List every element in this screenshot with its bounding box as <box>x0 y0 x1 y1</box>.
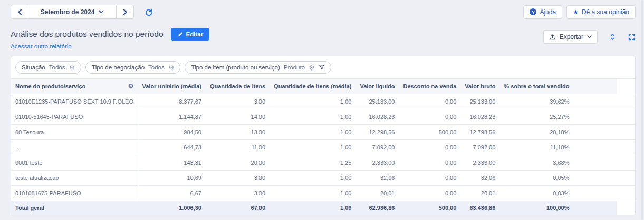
cell-valor-liquido: 2.333,00 <box>355 155 399 171</box>
filter-chip-tipo-item[interactable]: Tipo de item (produto ou serviço) Produt… <box>185 61 331 74</box>
gear-icon: ⚙ <box>168 64 175 71</box>
cell-quantidade-media: 1,00 <box>270 125 355 140</box>
table-body: 01010E1235-PARAFUSO SEXT 10.9 F.OLEO 8.3… <box>11 94 635 201</box>
gear-icon: ⚙ <box>309 64 315 71</box>
filler-cell <box>617 155 635 171</box>
cell-desconto: 0,00 <box>399 155 460 171</box>
export-label: Exportar <box>560 33 583 41</box>
edit-label: Editar <box>186 31 204 37</box>
help-button[interactable]: ? Ajuda <box>523 5 562 19</box>
table-row: 01010-51645-PARAFUSO 1.144,87 14,00 1,00… <box>11 109 635 125</box>
cell-valor-liquido: 16.028,23 <box>355 109 399 125</box>
period-prev-button[interactable] <box>11 5 28 19</box>
cell-quantidade-media: 1,00 <box>270 94 355 109</box>
column-header-valor-liquido[interactable]: Valor líquido <box>355 79 399 94</box>
question-icon: ? <box>530 8 536 15</box>
cell-quantidade-media: 1,25 <box>270 155 355 171</box>
product-name-cell: 01010-51645-PARAFUSO <box>11 109 138 125</box>
cell-desconto: 0,00 <box>399 109 460 125</box>
total-label: Total geral <box>11 201 138 215</box>
filler-column <box>617 79 635 94</box>
total-cell: 67,00 <box>206 201 270 215</box>
cell-quantidade-media: 1,00 <box>270 140 355 155</box>
table-row: 00 Tesoura 984,50 13,00 1,00 12.298,56 5… <box>11 125 635 140</box>
cell-valor-liquido: 7.092,00 <box>355 140 399 155</box>
other-report-link[interactable]: Acessar outro relatório <box>11 43 72 49</box>
chevron-down-icon <box>99 10 104 14</box>
product-name-cell: 0101081675-PARAFUSO <box>11 186 138 201</box>
column-header-desconto[interactable]: Desconto na venda <box>399 79 460 94</box>
period-selector[interactable]: Setembro de 2024 <box>28 5 117 19</box>
total-cell: 500,00 <box>399 201 460 215</box>
page-scrollbar[interactable] <box>641 0 643 220</box>
gear-icon[interactable]: ⚙ <box>128 83 134 90</box>
cell-valor-unitario: 143,31 <box>138 155 206 171</box>
table-row: teste atualização 10,69 3,00 1,00 32,06 … <box>11 171 635 186</box>
top-actions: ? Ajuda ★ Dê a sua opinião <box>523 5 636 19</box>
column-header-quantidade-media[interactable]: Quantidade de itens (média) <box>270 79 355 94</box>
filter-label: Situação <box>22 64 45 71</box>
column-header-quantidade[interactable]: Quantidade de itens <box>206 79 270 94</box>
expand-collapse-button[interactable] <box>609 33 617 41</box>
table-row: 0001 teste 143,31 20,00 1,25 2.333,00 0,… <box>11 155 635 171</box>
filter-chip-situacao[interactable]: Situação Todos ⚙ <box>15 61 81 74</box>
product-name-cell: teste atualização <box>11 171 138 186</box>
page-header: Análise dos produtos vendidos no período… <box>0 19 644 51</box>
star-icon: ★ <box>573 9 579 15</box>
filter-value: Todos <box>49 64 65 71</box>
cell-desconto: 500,00 <box>399 125 460 140</box>
cell-percentual: 20,18% <box>499 125 617 140</box>
export-icon <box>549 34 556 41</box>
period-label: Setembro de 2024 <box>41 8 95 16</box>
filler-cell <box>617 125 635 140</box>
column-header-valor-unitario[interactable]: Valor unitário (média) <box>138 79 206 94</box>
column-header-nome[interactable]: Nome do produto/serviço ⚙ <box>11 79 138 94</box>
table-row: 0101081675-PARAFUSO 6,67 3,00 1,00 20,01… <box>11 186 635 201</box>
cell-quantidade: 3,00 <box>206 186 270 201</box>
cell-percentual: 25,27% <box>499 109 617 125</box>
report-card: Situação Todos ⚙ Tipo de negociação Todo… <box>11 56 636 215</box>
filler-cell <box>617 171 635 186</box>
table-row: ,. 644,73 11,00 1,00 7.092,00 0,00 7.092… <box>11 140 635 155</box>
help-label: Ajuda <box>540 8 556 16</box>
cell-valor-unitario: 8.377,67 <box>138 94 206 109</box>
edit-button[interactable]: Editar <box>171 28 210 41</box>
filler-cell <box>617 186 635 201</box>
title-block: Análise dos produtos vendidos no período… <box>11 28 209 51</box>
cell-quantidade: 3,00 <box>206 171 270 186</box>
product-name-cell: 01010E1235-PARAFUSO SEXT 10.9 F.OLEO <box>11 94 138 109</box>
filler-cell <box>617 201 635 215</box>
cell-valor-bruto: 20,01 <box>460 186 499 201</box>
period-next-button[interactable] <box>116 5 134 19</box>
filler-cell <box>617 140 635 155</box>
chevron-down-icon <box>587 35 592 38</box>
chevron-left-icon <box>17 9 22 15</box>
cell-valor-unitario: 984,50 <box>138 125 206 140</box>
export-button[interactable]: Exportar <box>543 30 598 44</box>
column-header-valor-bruto[interactable]: Valor bruto <box>460 79 499 94</box>
feedback-button[interactable]: ★ Dê a sua opinião <box>566 5 636 19</box>
cell-quantidade-media: 1,00 <box>270 109 355 125</box>
fullscreen-button[interactable] <box>628 33 636 41</box>
cell-quantidade-media: 1,00 <box>270 171 355 186</box>
cell-percentual: 0,03% <box>499 186 617 201</box>
total-cell: 100,00% <box>499 201 617 215</box>
cell-valor-bruto: 16.028,23 <box>460 109 499 125</box>
table-footer: Total geral 1.006,30 67,00 1,06 62.936,8… <box>11 201 635 215</box>
filter-chip-tipo-negociacao[interactable]: Tipo de negociação Todos ⚙ <box>85 61 180 74</box>
total-cell: 62.936,86 <box>355 201 399 215</box>
cell-valor-bruto: 7.092,00 <box>460 140 499 155</box>
cell-valor-bruto: 12.798,56 <box>460 125 499 140</box>
cell-valor-unitario: 644,73 <box>138 140 206 155</box>
cell-valor-liquido: 32,06 <box>355 171 399 186</box>
filter-label: Tipo de negociação <box>92 64 145 71</box>
cell-valor-liquido: 25.133,00 <box>355 94 399 109</box>
filter-value: Produto <box>284 64 305 71</box>
refresh-icon <box>145 8 153 16</box>
cell-desconto: 0,00 <box>399 94 460 109</box>
total-cell: 63.436,86 <box>460 201 499 215</box>
column-header-percentual[interactable]: % sobre o total vendido <box>499 79 617 94</box>
refresh-button[interactable] <box>145 8 153 16</box>
cell-desconto: 0,00 <box>399 186 460 201</box>
pencil-icon <box>177 32 183 37</box>
